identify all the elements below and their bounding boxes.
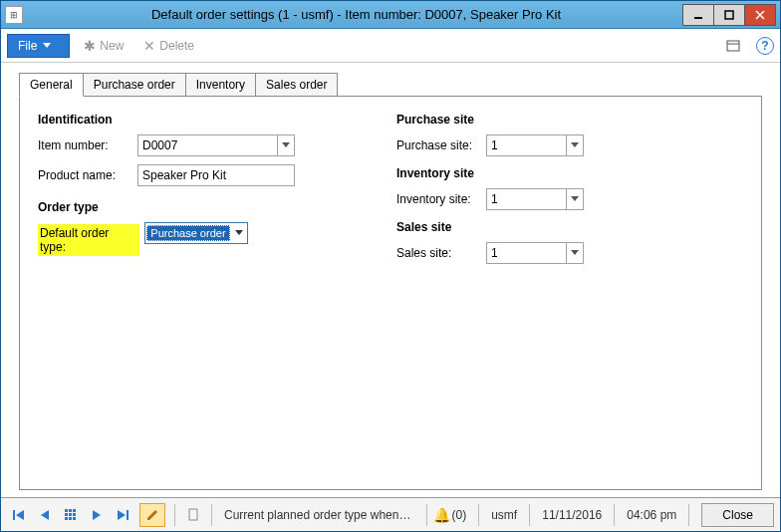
maximize-button[interactable] [713, 4, 745, 26]
nav-prev-button[interactable] [33, 503, 57, 527]
purchase-site-row: Purchase site: [396, 134, 695, 156]
order-type-heading: Order type [38, 200, 337, 214]
purchase-site-field [486, 134, 584, 156]
app-icon: ⊞ [5, 6, 23, 24]
time-label: 04:06 pm [621, 508, 682, 522]
product-name-row: Product name: [38, 164, 337, 186]
product-name-label: Product name: [38, 168, 137, 182]
svg-rect-4 [727, 41, 739, 51]
sales-site-row: Sales site: [396, 242, 695, 264]
svg-rect-1 [725, 11, 733, 19]
svg-rect-19 [73, 513, 76, 516]
svg-marker-7 [235, 230, 243, 235]
default-order-type-value: Purchase order [146, 225, 229, 241]
inventory-site-field [486, 188, 584, 210]
window-title: Default order settings (1 - usmf) - Item… [29, 7, 683, 22]
nav-last-button[interactable] [111, 503, 134, 527]
inventory-site-dropdown[interactable] [566, 188, 584, 210]
attach-button[interactable] [181, 503, 205, 527]
default-order-type-row: Default order type: Purchase order [38, 222, 337, 256]
delete-icon: ✕ [143, 38, 155, 54]
svg-rect-17 [65, 513, 68, 516]
toolbar: File ✱ New ✕ Delete ? [1, 29, 780, 63]
nav-next-button[interactable] [85, 503, 109, 527]
tab-strip: General Purchase order Inventory Sales o… [19, 73, 780, 96]
svg-marker-12 [16, 510, 24, 520]
purchase-site-label: Purchase site: [396, 138, 486, 152]
tab-sales-order[interactable]: Sales order [255, 73, 338, 96]
tab-inventory[interactable]: Inventory [185, 73, 256, 96]
close-button[interactable]: Close [701, 503, 774, 527]
default-order-type-label: Default order type: [40, 226, 137, 254]
svg-marker-8 [571, 142, 579, 147]
nav-grid-button[interactable] [59, 503, 83, 527]
svg-marker-13 [41, 510, 49, 520]
delete-button[interactable]: ✕ Delete [137, 38, 200, 54]
bell-icon[interactable]: 🔔 [433, 507, 450, 523]
svg-rect-27 [189, 509, 197, 520]
dropdown-icon [43, 43, 51, 48]
inventory-site-heading: Inventory site [396, 166, 695, 180]
identification-heading: Identification [38, 113, 337, 127]
item-number-dropdown[interactable] [277, 134, 295, 156]
edit-button[interactable] [139, 503, 165, 527]
default-order-type-field[interactable]: Purchase order [144, 222, 247, 244]
close-window-button[interactable] [744, 4, 776, 26]
form-panel: Identification Item number: Product name… [19, 96, 762, 490]
item-number-label: Item number: [38, 138, 137, 152]
sales-site-dropdown[interactable] [566, 242, 584, 264]
svg-rect-11 [13, 510, 15, 520]
purchase-site-dropdown[interactable] [566, 134, 584, 156]
view-button[interactable] [724, 37, 742, 55]
svg-marker-26 [147, 510, 157, 520]
minimize-button[interactable] [682, 4, 714, 26]
product-name-input[interactable] [137, 164, 295, 186]
item-number-row: Item number: [38, 134, 337, 156]
tab-general[interactable]: General [19, 73, 84, 97]
inventory-site-row: Inventory site: [396, 188, 695, 210]
sales-site-label: Sales site: [396, 246, 486, 260]
status-message: Current planned order type when cove... [218, 508, 420, 522]
status-bar: Current planned order type when cove... … [1, 497, 780, 531]
new-label: New [100, 39, 124, 53]
nav-first-button[interactable] [7, 503, 31, 527]
inventory-site-label: Inventory site: [396, 192, 486, 206]
svg-rect-16 [73, 509, 76, 512]
svg-rect-18 [69, 513, 72, 516]
tab-purchase-order[interactable]: Purchase order [83, 73, 186, 96]
sales-site-input[interactable] [486, 242, 566, 264]
date-label: 11/11/2016 [536, 508, 608, 522]
svg-rect-20 [65, 517, 68, 520]
item-number-input[interactable] [137, 134, 277, 156]
sales-site-heading: Sales site [396, 220, 695, 234]
svg-rect-25 [127, 510, 129, 520]
company-label: usmf [485, 508, 523, 522]
default-order-type-dropdown[interactable] [231, 223, 247, 243]
svg-rect-22 [73, 517, 76, 520]
svg-marker-9 [571, 196, 579, 201]
file-menu-button[interactable]: File [7, 34, 70, 58]
window-controls [683, 4, 776, 26]
purchase-site-heading: Purchase site [396, 113, 695, 127]
svg-marker-24 [118, 510, 126, 520]
highlight-marker: Default order type: [38, 224, 139, 256]
svg-rect-14 [65, 509, 68, 512]
svg-marker-10 [571, 250, 579, 255]
inventory-site-input[interactable] [486, 188, 566, 210]
svg-rect-15 [69, 509, 72, 512]
svg-marker-23 [93, 510, 101, 520]
file-label: File [18, 39, 37, 53]
title-bar: ⊞ Default order settings (1 - usmf) - It… [1, 1, 780, 29]
left-column: Identification Item number: Product name… [38, 111, 337, 272]
purchase-site-input[interactable] [486, 134, 566, 156]
help-button[interactable]: ? [756, 37, 774, 55]
right-column: Purchase site Purchase site: Inventory s… [396, 111, 695, 272]
new-button[interactable]: ✱ New [78, 38, 130, 54]
svg-rect-21 [69, 517, 72, 520]
delete-label: Delete [159, 39, 194, 53]
sales-site-field [486, 242, 584, 264]
svg-marker-6 [282, 142, 290, 147]
alert-count: (0) [452, 508, 473, 522]
item-number-field [137, 134, 295, 156]
sparkle-icon: ✱ [84, 38, 96, 54]
